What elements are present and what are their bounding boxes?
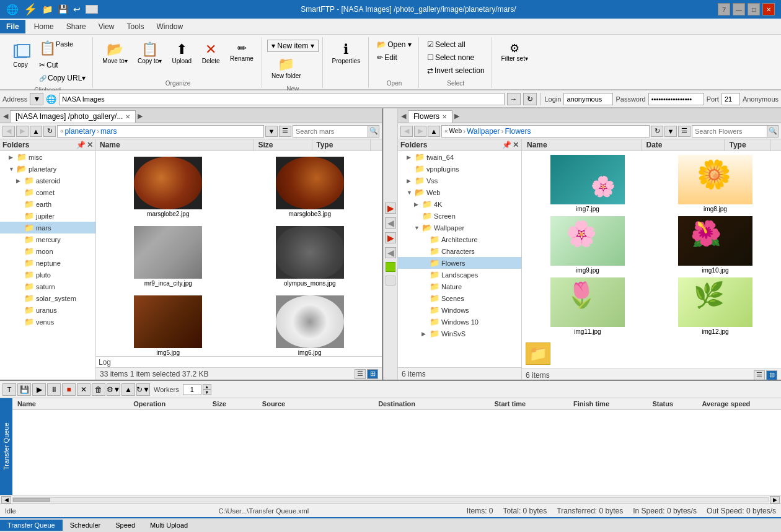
transfer-btn1[interactable]: T (2, 383, 16, 396)
open-button[interactable]: 📂 Open ▾ (374, 38, 415, 51)
right-path-wallpaper[interactable]: Wallpaper (467, 127, 500, 136)
right-up-button[interactable]: ▲ (428, 126, 440, 137)
menu-share[interactable]: Share (60, 20, 92, 33)
tree-item-neptune[interactable]: 📁 neptune (0, 257, 95, 269)
filter-set-button[interactable]: ⚙ Filter set▾ (497, 38, 532, 66)
invert-selection-button[interactable]: ⇄ Invert selection (424, 64, 488, 77)
transfer-refresh-button[interactable]: ↻▼ (136, 383, 150, 396)
rtree-screen[interactable]: 📁 Screen (398, 210, 521, 222)
file-item-img9[interactable]: 🌸 img9.jpg (526, 216, 650, 274)
close-button[interactable]: ✕ (762, 3, 775, 15)
rtree-scenes[interactable]: 📁 Scenes (398, 292, 521, 304)
scroll-right-button[interactable]: ▶ (770, 496, 780, 504)
left-tab[interactable]: [NASA Images] /photo_gallery/... ✕ (10, 110, 136, 123)
transfer-col-source[interactable]: Source (260, 399, 376, 408)
left-col-size[interactable]: Size (254, 139, 312, 150)
file-item-mars6[interactable]: img6.jpg (240, 292, 380, 356)
address-arrow-button[interactable]: → (507, 93, 521, 105)
properties-button[interactable]: ℹ Properties (328, 38, 365, 68)
rtree-landscapes[interactable]: 📁 Landscapes (398, 269, 521, 281)
tree-item-comet[interactable]: 📁 comet (0, 186, 95, 198)
rtree-winsys[interactable]: ▶ 📁 WinSvS (398, 328, 521, 339)
tab-scheduler[interactable]: Scheduler (63, 520, 108, 531)
right-tab[interactable]: Flowers ✕ (408, 110, 452, 123)
workers-input[interactable] (183, 384, 201, 395)
right-search-input[interactable] (692, 127, 767, 136)
rtree-architecture[interactable]: 📁 Architecture (398, 233, 521, 245)
transfer-col-start[interactable]: Start time (492, 399, 571, 408)
right-col-name[interactable]: Name (522, 139, 642, 150)
transfer-btn2[interactable]: 💾 (17, 383, 31, 396)
rtree-web[interactable]: ▼ 📂 Web (398, 186, 521, 198)
left-view-list[interactable]: ☰ (355, 369, 366, 379)
menu-window[interactable]: Window (151, 20, 190, 33)
file-item-img12[interactable]: 🌿 img12.jpg (653, 277, 777, 335)
left-view-options[interactable]: ☰ (279, 126, 291, 137)
tab-multi-upload[interactable]: Multi Upload (143, 520, 195, 531)
copy-button[interactable]: Copy (6, 38, 35, 72)
left-tab-next[interactable]: ▶ (136, 112, 144, 120)
transfer-col-destination[interactable]: Destination (376, 399, 492, 408)
right-refresh-button[interactable]: ↻ (651, 126, 663, 137)
rtree-nature[interactable]: 📁 Nature (398, 281, 521, 292)
left-forward-button[interactable]: ▶ (16, 126, 29, 137)
file-item-marsglobe2[interactable]: marsglobe2.jpg (99, 154, 238, 220)
scroll-track[interactable] (12, 497, 769, 502)
transfer-right2-button[interactable]: ▶ (385, 232, 396, 243)
right-path-flowers[interactable]: Flowers (505, 127, 531, 136)
transfer-left-button[interactable]: ◀ (385, 217, 396, 229)
tree-item-asteroid[interactable]: ▶ 📁 asteroid (0, 175, 95, 186)
left-search-input[interactable] (293, 127, 368, 136)
right-col-date[interactable]: Date (642, 139, 725, 150)
select-all-button[interactable]: ☑ Select all (424, 38, 488, 51)
right-col-type[interactable]: Type (725, 139, 772, 150)
transfer-options-button[interactable]: ⚙▼ (107, 383, 120, 396)
transfer-play-button[interactable]: ▶ (32, 383, 46, 396)
tree-item-mercury[interactable]: 📁 mercury (0, 233, 95, 245)
rtree-vpnplugins[interactable]: 📁 vpnplugins (398, 163, 521, 175)
left-tab-close[interactable]: ✕ (125, 113, 130, 120)
tree-item-earth[interactable]: 📁 earth (0, 198, 95, 210)
new-item-button[interactable]: ▾ New item ▾ (267, 40, 319, 52)
login-input[interactable] (563, 93, 613, 105)
menu-tools[interactable]: Tools (121, 20, 151, 33)
tab-speed[interactable]: Speed (108, 520, 143, 531)
transfer-col-status[interactable]: Status (650, 399, 699, 408)
menu-home[interactable]: Home (28, 20, 60, 33)
rename-button[interactable]: ✏ Rename (226, 38, 258, 66)
tree-item-moon[interactable]: 📁 moon (0, 245, 95, 257)
tree-item-mars[interactable]: 📁 mars (0, 222, 95, 233)
tree-item-venus[interactable]: 📁 venus (0, 316, 95, 328)
left-refresh-button[interactable]: ↻ (43, 126, 56, 137)
select-none-button[interactable]: ☐ Select none (424, 51, 488, 64)
left-folders-close[interactable]: ✕ (87, 141, 93, 149)
menu-file[interactable]: File (0, 20, 25, 33)
tree-item-uranus[interactable]: 📁 uranus (0, 304, 95, 316)
transfer-col-finish[interactable]: Finish time (571, 399, 650, 408)
right-folders-close[interactable]: ✕ (513, 141, 519, 149)
password-input[interactable] (648, 93, 704, 105)
tree-item-pluto[interactable]: 📁 pluto (0, 269, 95, 281)
tree-item-misc[interactable]: ▶ 📁 misc (0, 151, 95, 163)
h-scrollbar[interactable]: ◀ ▶ (0, 495, 781, 504)
copy-url-button[interactable]: 🔗 Copy URL▾ (36, 72, 89, 84)
rtree-4k[interactable]: ▶ 📁 4K (398, 198, 521, 210)
left-tab-prev[interactable]: ◀ (1, 112, 10, 120)
left-col-type[interactable]: Type (312, 139, 371, 150)
rtree-flowers[interactable]: 📁 Flowers (398, 257, 521, 269)
right-path-options[interactable]: ▼ (664, 126, 677, 137)
file-item-olympus[interactable]: olympus_mons.jpg (240, 223, 380, 290)
rtree-twain64[interactable]: ▶ 📁 twain_64 (398, 151, 521, 163)
left-path-planetary[interactable]: planetary (65, 127, 95, 136)
transfer-clear-button[interactable]: 🗑 (92, 383, 105, 396)
left-col-name[interactable]: Name (96, 139, 254, 150)
left-search-button[interactable]: 🔍 (368, 126, 379, 137)
transfer-col-size[interactable]: Size (210, 399, 260, 408)
transfer-left2-button[interactable]: ◀ (385, 247, 396, 258)
tree-item-jupiter[interactable]: 📁 jupiter (0, 210, 95, 222)
rtree-characters[interactable]: 📁 Characters (398, 245, 521, 257)
tree-item-planetary[interactable]: ▼ 📂 planetary (0, 163, 95, 175)
file-item-img7[interactable]: 🌸 img7.jpg (526, 155, 650, 212)
cut-button[interactable]: ✂ Cut (36, 59, 89, 71)
scroll-left-button[interactable]: ◀ (1, 496, 11, 504)
